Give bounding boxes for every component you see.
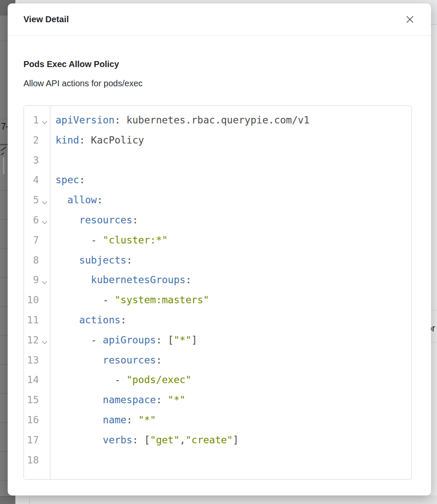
gutter-row: 12	[24, 330, 50, 350]
gutter-row: 11	[24, 310, 50, 330]
gutter-row: 16	[24, 410, 50, 430]
fold-slot	[39, 310, 50, 330]
code-line: subjects:	[55, 250, 411, 270]
line-number: 7	[33, 230, 39, 250]
modal-title: View Detail	[23, 15, 69, 24]
line-number: 3	[33, 150, 39, 170]
fold-slot	[39, 170, 50, 190]
backdrop-right-column	[431, 0, 437, 504]
code-line: kind: KacPolicy	[55, 130, 411, 150]
fold-slot	[39, 350, 50, 370]
close-icon	[405, 15, 414, 24]
code-line: - "pods/exec"	[55, 370, 411, 390]
line-number: 1	[33, 110, 39, 130]
editor-gutter: 123456789101112131415161718	[24, 106, 50, 479]
line-number: 2	[33, 130, 39, 150]
fold-slot	[39, 230, 50, 250]
backdrop-bottom-strip	[15, 495, 437, 504]
fold-toggle[interactable]	[39, 270, 50, 290]
code-line: - "cluster:*"	[55, 230, 411, 250]
code-line: verbs: ["get","create"]	[55, 430, 411, 450]
fold-toggle[interactable]	[39, 210, 50, 230]
line-number: 15	[27, 390, 39, 410]
fold-toggle[interactable]	[39, 190, 50, 210]
fold-toggle[interactable]	[39, 330, 50, 350]
code-line: name: "*"	[55, 410, 411, 430]
chevron-down-icon	[42, 339, 47, 344]
gutter-row: 15	[24, 390, 50, 410]
gutter-row: 2	[24, 130, 50, 150]
line-number: 14	[27, 370, 39, 390]
line-number: 16	[27, 410, 39, 430]
gutter-row: 8	[24, 250, 50, 270]
chevron-down-icon	[42, 279, 47, 284]
close-button[interactable]	[404, 14, 416, 26]
gutter-row: 1	[24, 110, 50, 130]
line-number: 17	[27, 430, 39, 450]
code-line: resources:	[55, 350, 411, 370]
line-number: 10	[27, 290, 39, 310]
gutter-row: 5	[24, 190, 50, 210]
fold-slot	[39, 150, 50, 170]
fold-slot	[39, 410, 50, 430]
fold-toggle[interactable]	[39, 110, 50, 130]
chevron-down-icon	[42, 199, 47, 205]
line-number: 18	[27, 450, 39, 470]
line-number: 8	[33, 250, 39, 270]
gutter-row: 17	[24, 430, 50, 450]
fold-slot	[39, 130, 50, 150]
code-line	[55, 150, 411, 170]
backdrop-row-divider	[431, 342, 437, 343]
fold-slot	[39, 290, 50, 310]
chevron-down-icon	[42, 219, 47, 225]
yaml-code-editor: 123456789101112131415161718 apiVersion: …	[23, 105, 412, 480]
policy-description: Allow API actions for pods/exec	[23, 77, 415, 89]
fold-slot	[39, 370, 50, 390]
line-number: 12	[27, 330, 39, 350]
modal-body: Pods Exec Allow Policy Allow API actions…	[8, 36, 431, 480]
backdrop-bottom-divider	[29, 497, 30, 504]
gutter-row: 14	[24, 370, 50, 390]
line-number: 4	[33, 170, 39, 190]
code-line: kubernetesGroups:	[55, 270, 411, 290]
gutter-row: 18	[24, 450, 50, 470]
backdrop-cursor-bar	[3, 157, 4, 174]
backdrop-row-divider	[431, 310, 437, 311]
backdrop-right-table-header	[431, 0, 437, 25]
code-line	[55, 450, 411, 470]
gutter-row: 13	[24, 350, 50, 370]
code-line: resources:	[55, 210, 411, 230]
code-line: allow:	[55, 190, 411, 210]
policy-name: Pods Exec Allow Policy	[23, 59, 415, 70]
fold-slot	[39, 390, 50, 410]
view-detail-modal: View Detail Pods Exec Allow Policy Allow…	[8, 3, 431, 495]
gutter-row: 7	[24, 230, 50, 250]
code-line: apiVersion: kubernetes.rbac.querypie.com…	[55, 110, 411, 130]
modal-header: View Detail	[8, 3, 431, 36]
gutter-row: 9	[24, 270, 50, 290]
editor-code-area[interactable]: apiVersion: kubernetes.rbac.querypie.com…	[50, 106, 411, 479]
line-number: 13	[27, 350, 39, 370]
gutter-row: 4	[24, 170, 50, 190]
line-number: 6	[33, 210, 39, 230]
chevron-down-icon	[42, 119, 47, 125]
code-line: spec:	[55, 170, 411, 190]
code-line: - apiGroups: ["*"]	[55, 330, 411, 350]
line-number: 11	[27, 310, 39, 330]
fold-slot	[39, 250, 50, 270]
gutter-row: 3	[24, 150, 50, 170]
backdrop-text-fragment-left: 7	[1, 121, 6, 132]
line-number: 9	[33, 270, 39, 290]
fold-slot	[39, 450, 50, 470]
backdrop-left-footer-block	[0, 496, 15, 504]
gutter-row: 10	[24, 290, 50, 310]
code-line: actions:	[55, 310, 411, 330]
line-number: 5	[33, 190, 39, 210]
gutter-row: 6	[24, 210, 50, 230]
code-line: namespace: "*"	[55, 390, 411, 410]
fold-slot	[39, 430, 50, 450]
code-line: - "system:masters"	[55, 290, 411, 310]
